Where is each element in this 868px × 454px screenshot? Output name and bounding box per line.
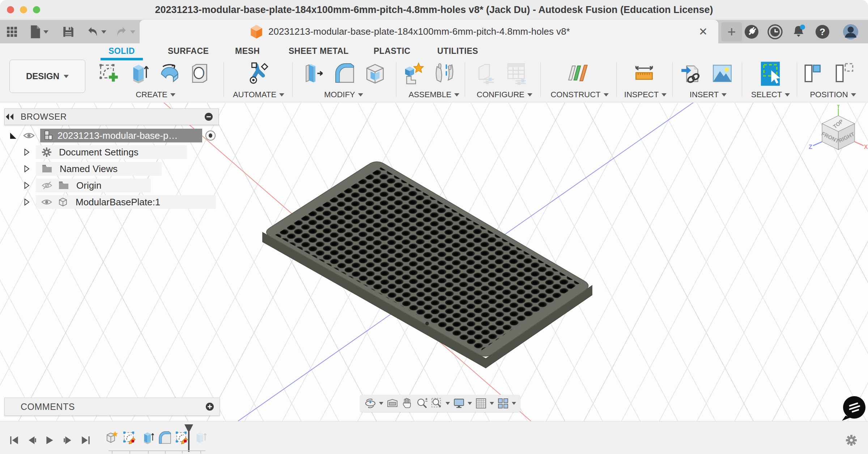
shell-button[interactable] [363,61,387,85]
construct-plane-button[interactable] [566,61,590,85]
position-revert-button[interactable] [833,61,856,85]
browser-row-modular-base-plate[interactable]: ModularBasePlate:1 [24,195,216,209]
document-tab[interactable]: 20231213-modular-base-plate-184x100mm-6m… [140,20,718,43]
ribbon-tab-plastic[interactable]: PLASTIC [374,46,410,59]
configure-group-label[interactable]: CONFIGURE [468,90,541,100]
configuration-button[interactable] [475,61,498,85]
fit-menu-caret-icon[interactable] [446,402,450,405]
joint-button[interactable] [433,61,456,85]
timeline-playhead[interactable] [182,424,195,452]
add-comment-button[interactable] [205,402,214,411]
automate-button[interactable] [246,61,270,85]
collapsed-disclosure-icon[interactable] [24,148,30,156]
pan-button[interactable] [400,397,414,410]
browser-root-row[interactable]: 20231213-modular-base-p… [10,129,220,142]
timeline-step-back-button[interactable] [27,435,38,445]
notifications-bell-button[interactable] [791,24,807,40]
save-button[interactable] [62,23,75,41]
profile-avatar-button[interactable] [843,24,859,40]
ribbon-tab-solid[interactable]: SOLID [109,46,135,59]
design-workspace-menu[interactable]: DESIGN [9,60,85,93]
ribbon-tab-surface[interactable]: SURFACE [168,46,209,59]
grid-settings-button[interactable] [474,397,488,410]
browser-row-named-views[interactable]: Named Views [24,162,162,176]
job-status-clock-button[interactable] [767,24,783,40]
visibility-eye-icon[interactable] [41,198,52,206]
construct-group-label[interactable]: CONSTRUCT [544,90,615,100]
browser-root-item[interactable]: 20231213-modular-base-p… [40,129,202,142]
timeline-settings-gear-button[interactable] [845,434,858,447]
assemble-group-label[interactable]: ASSEMBLE [398,90,470,100]
revolve-button[interactable] [158,61,182,85]
grid-menu-caret-icon[interactable] [490,402,494,405]
browser-row-document-settings[interactable]: Document Settings [24,145,187,159]
timeline-item-fillet[interactable] [157,430,173,445]
select-button[interactable] [757,60,784,87]
display-settings-button[interactable] [452,397,465,410]
panel-display-mode-button[interactable] [204,112,213,121]
look-at-button[interactable] [386,397,399,410]
insert-derive-button[interactable] [680,61,704,85]
timeline-go-to-start-button[interactable] [9,435,20,445]
position-capture-button[interactable] [802,61,826,85]
orbit-button[interactable] [363,397,377,410]
extensions-button[interactable] [744,24,760,40]
orbit-menu-caret-icon[interactable] [379,402,383,405]
timeline-item-new-component[interactable] [104,430,119,445]
select-group-label[interactable]: SELECT [744,90,797,100]
visibility-eye-icon[interactable] [23,132,35,140]
undo-button[interactable] [86,23,106,41]
viewports-menu-caret-icon[interactable] [512,402,516,405]
automate-group-label[interactable]: AUTOMATE [226,90,291,100]
timeline-go-to-end-button[interactable] [80,435,91,445]
ribbon-tab-sheet-metal[interactable]: SHEET METAL [289,46,349,59]
timeline-track[interactable] [109,450,205,451]
modify-group-label[interactable]: MODIFY [297,90,391,100]
browser-row-origin[interactable]: Origin [24,179,151,192]
create-group-icons [97,61,212,85]
viewport-canvas[interactable]: BROWSER 20231213-modular-base-p [0,103,868,421]
collapsed-disclosure-icon[interactable] [24,165,30,173]
position-revert-icon [833,61,856,85]
position-group-label[interactable]: POSITION [800,90,865,100]
close-tab-button[interactable]: ✕ [697,25,710,38]
insert-group-label[interactable]: INSERT [676,90,741,100]
create-sketch-button[interactable] [97,61,121,85]
new-tab-button[interactable]: + [721,22,742,42]
viewports-button[interactable] [496,397,510,410]
fit-button[interactable] [430,397,443,410]
inspect-group-label[interactable]: INSPECT [619,90,672,100]
collapsed-disclosure-icon[interactable] [24,181,30,189]
ribbon-tab-utilities[interactable]: UTILITIES [437,46,478,59]
measure-button[interactable] [632,61,656,85]
collapsed-disclosure-icon[interactable] [24,198,30,206]
extrude-button[interactable] [127,61,151,85]
app-launcher-button[interactable] [6,23,18,41]
configuration-table-button[interactable] [505,61,529,85]
ribbon-tab-mesh[interactable]: MESH [235,46,260,59]
visibility-off-eye-icon[interactable] [41,181,53,190]
view-cube[interactable]: Y Z X TOP FRONT RIGHT [807,105,868,155]
create-group-label[interactable]: CREATE [105,90,206,100]
new-component-button[interactable] [402,61,426,85]
timeline-play-button[interactable] [44,435,55,445]
base-plate-model[interactable] [260,155,597,368]
folder-icon [58,181,69,190]
press-pull-button[interactable] [302,61,326,85]
component-activate-radio[interactable] [205,130,216,141]
browser-panel-header[interactable]: BROWSER [4,108,219,125]
help-button[interactable]: ? [814,24,830,40]
timeline-item-extrude-1[interactable] [140,430,156,445]
zoom-button[interactable] [415,397,429,410]
display-menu-caret-icon[interactable] [468,402,472,405]
feedback-chat-bubble-button[interactable] [840,395,867,422]
insert-canvas-button[interactable] [710,61,734,85]
comments-panel-header[interactable]: COMMENTS [4,398,220,416]
timeline-item-sketch-1[interactable] [122,430,137,445]
hole-button[interactable] [188,61,212,85]
timeline-step-forward-button[interactable] [62,435,73,445]
redo-button[interactable] [115,23,135,41]
file-menu-button[interactable] [30,23,48,41]
fillet-button[interactable] [333,61,357,85]
expanded-disclosure-icon[interactable] [10,133,16,139]
